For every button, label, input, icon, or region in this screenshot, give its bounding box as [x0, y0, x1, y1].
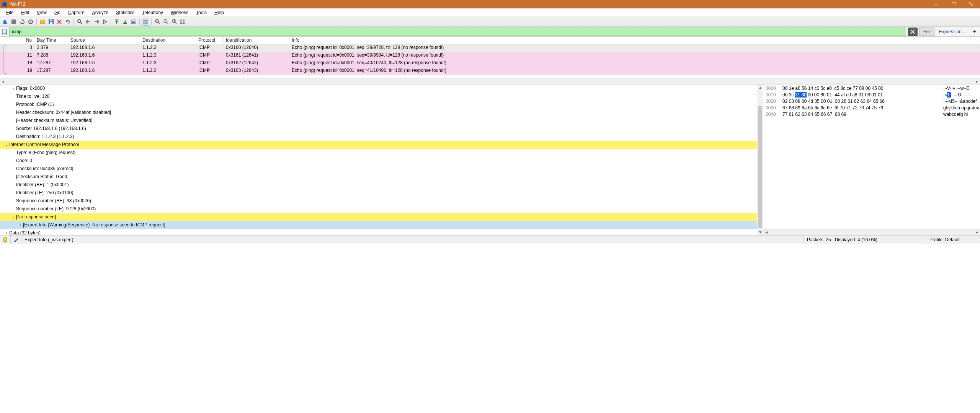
detail-row[interactable]: Identifier (LE): 256 (0x0100) — [0, 189, 763, 197]
scroll-right-icon[interactable]: ▸ — [974, 229, 980, 235]
packet-row[interactable]: 117.285192.168.1.61.1.2.3ICMP0x3161 (126… — [0, 52, 980, 60]
packet-row[interactable]: 32.379192.168.1.61.1.2.3ICMP0x3160 (1264… — [0, 44, 980, 52]
expand-icon[interactable]: › — [11, 85, 16, 93]
resize-columns-button[interactable] — [179, 18, 186, 26]
add-filter-button[interactable]: + — [971, 28, 978, 36]
hex-row[interactable]: 003067 68 69 6a 6b 6c 6d 6e 6f 70 71 72 … — [766, 105, 980, 111]
go-last-button[interactable] — [121, 18, 129, 26]
autoscroll-button[interactable] — [130, 18, 137, 26]
packet-row[interactable]: 1812.287192.168.1.61.1.2.3ICMP0x3162 (12… — [0, 60, 980, 67]
scroll-up-icon[interactable]: ▴ — [757, 85, 763, 91]
apply-filter-button[interactable] — [919, 28, 934, 36]
hex-row[interactable]: 002002 03 08 00 4d 35 00 01 00 26 61 62 … — [766, 98, 980, 105]
hex-row[interactable]: 001000 3c 31 60 00 00 80 01 44 af c0 a8 … — [766, 92, 980, 98]
scroll-down-icon[interactable]: ▾ — [757, 229, 763, 235]
column-header[interactable]: Identification — [224, 37, 289, 44]
start-capture-button[interactable] — [2, 18, 9, 26]
hex-row[interactable]: 000000 1e a6 56 14 c0 5c e0 c5 8c ce 77 … — [766, 85, 980, 92]
scroll-track[interactable] — [6, 78, 974, 85]
details-vscrollbar[interactable]: ▴ ▾ — [757, 85, 763, 235]
column-header[interactable]: No — [0, 37, 34, 44]
column-header[interactable]: Day Time — [34, 37, 68, 44]
scroll-thumb[interactable] — [758, 106, 762, 228]
menu-telephony[interactable]: Telephony — [138, 10, 167, 15]
collapse-icon[interactable]: ⌄ — [11, 213, 16, 221]
detail-row[interactable]: Protocol: ICMP (1) — [0, 101, 763, 109]
detail-row[interactable]: [Header checksum status: Unverified] — [0, 117, 763, 125]
column-header[interactable]: Info — [289, 37, 980, 44]
menu-tools[interactable]: Tools — [192, 10, 211, 15]
detail-row[interactable]: ›Data (32 bytes) — [0, 229, 763, 235]
packet-details[interactable]: ›Flags: 0x0000Time to live: 128Protocol:… — [0, 85, 763, 235]
scroll-right-icon[interactable]: ▸ — [974, 78, 980, 85]
expert-info-button[interactable] — [0, 236, 11, 244]
packet-list-body[interactable]: 32.379192.168.1.61.1.2.3ICMP0x3160 (1264… — [0, 44, 980, 78]
detail-row[interactable]: ⌄Internet Control Message Protocol — [0, 141, 763, 149]
detail-row[interactable]: ›[Expert Info (Warning/Sequence): No res… — [0, 221, 763, 229]
detail-row[interactable]: Type: 8 (Echo (ping) request) — [0, 149, 763, 157]
open-file-button[interactable] — [39, 18, 46, 26]
save-file-button[interactable] — [47, 18, 55, 26]
zoom-in-icon — [155, 19, 160, 24]
profile-selector[interactable]: Profile: Default — [926, 236, 980, 244]
detail-row[interactable]: Code: 0 — [0, 157, 763, 165]
go-forward-button[interactable] — [93, 18, 100, 26]
capture-options-button[interactable] — [27, 18, 34, 26]
go-first-button[interactable] — [113, 18, 121, 26]
menu-wireless[interactable]: Wireless — [167, 10, 192, 15]
expression-button[interactable]: Expression… — [936, 29, 969, 34]
menu-go[interactable]: Go — [51, 10, 64, 15]
detail-row[interactable]: Sequence number (BE): 38 (0x0026) — [0, 197, 763, 205]
detail-row[interactable]: Source: 192.168.1.6 (192.168.1.6) — [0, 125, 763, 133]
menu-file[interactable]: File — [2, 10, 17, 15]
detail-row[interactable]: ›Flags: 0x0000 — [0, 85, 763, 93]
colorize-button[interactable] — [142, 18, 149, 26]
close-file-button[interactable] — [56, 18, 63, 26]
column-header[interactable]: Destination — [140, 37, 196, 44]
menu-analyze[interactable]: Analyze — [88, 10, 113, 15]
svg-line-26 — [158, 22, 160, 24]
stop-capture-button[interactable] — [10, 18, 18, 26]
expand-icon[interactable]: › — [18, 221, 23, 229]
maximize-button[interactable] — [945, 0, 962, 8]
detail-row[interactable]: [Checksum Status: Good] — [0, 173, 763, 181]
zoom-out-button[interactable] — [162, 18, 170, 26]
clear-filter-button[interactable] — [908, 28, 918, 36]
reload-button[interactable] — [64, 18, 72, 26]
menu-edit[interactable]: Edit — [17, 10, 33, 15]
zoom-reset-button[interactable]: 1 — [170, 18, 178, 26]
zoom-in-button[interactable] — [154, 18, 161, 26]
scroll-left-icon[interactable]: ◂ — [763, 229, 769, 235]
restart-capture-button[interactable] — [18, 18, 26, 26]
close-button[interactable] — [962, 0, 980, 8]
detail-row[interactable]: Destination: 1.1.2.3 (1.1.2.3) — [0, 133, 763, 141]
packet-list-hscrollbar[interactable]: ◂ ▸ — [0, 78, 980, 84]
menu-view[interactable]: View — [33, 10, 51, 15]
expand-icon[interactable]: › — [4, 229, 9, 235]
scroll-left-icon[interactable]: ◂ — [0, 78, 6, 85]
packet-bytes[interactable]: 000000 1e a6 56 14 c0 5c e0 c5 8c ce 77 … — [763, 85, 980, 235]
go-back-button[interactable] — [84, 18, 92, 26]
display-filter-input[interactable] — [9, 28, 906, 36]
detail-row[interactable]: Sequence number (LE): 9728 (0x2600) — [0, 205, 763, 213]
column-header[interactable]: Source — [68, 37, 140, 44]
scroll-track[interactable] — [769, 229, 974, 235]
find-packet-button[interactable] — [76, 18, 83, 26]
bookmark-icon[interactable] — [2, 29, 8, 35]
hex-hscrollbar[interactable]: ◂ ▸ — [763, 229, 980, 235]
menu-help[interactable]: Help — [211, 10, 228, 15]
detail-row[interactable]: Time to live: 128 — [0, 93, 763, 101]
hex-row[interactable]: 004077 61 62 63 64 65 66 67 68 69wabcdef… — [766, 111, 980, 118]
collapse-icon[interactable]: ⌄ — [4, 141, 9, 149]
menu-statistics[interactable]: Statistics — [112, 10, 138, 15]
detail-row[interactable]: Header checksum: 0x44af [validation disa… — [0, 109, 763, 117]
packet-row[interactable]: 1917.287192.168.1.61.1.2.3ICMP0x3163 (12… — [0, 67, 980, 75]
minimize-button[interactable] — [927, 0, 945, 8]
detail-row[interactable]: Identifier (BE): 1 (0x0001) — [0, 181, 763, 189]
detail-row[interactable]: Checksum: 0x4d35 [correct] — [0, 165, 763, 173]
detail-row[interactable]: ⌄[No response seen] — [0, 213, 763, 221]
go-to-packet-button[interactable] — [101, 18, 109, 26]
edit-prefs-button[interactable] — [11, 236, 21, 244]
column-header[interactable]: Protocol — [196, 37, 224, 44]
menu-capture[interactable]: Capture — [64, 10, 88, 15]
